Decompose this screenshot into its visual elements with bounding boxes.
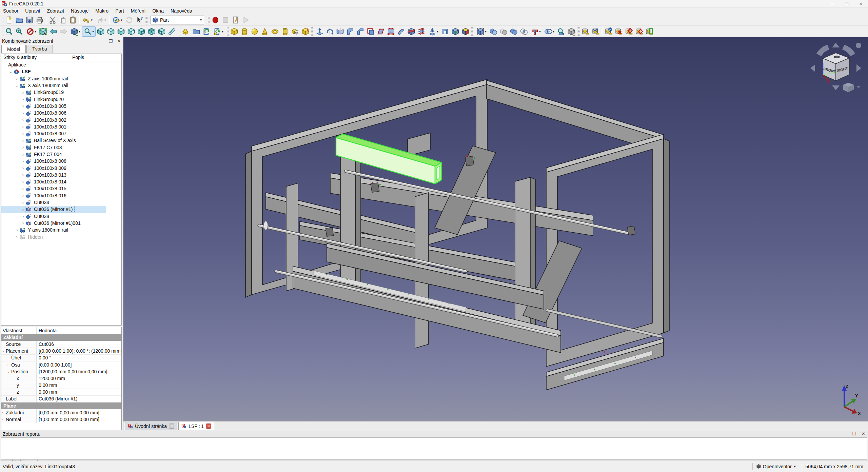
mdi-tab-close-icon[interactable]: ✕	[169, 424, 174, 429]
navcube-mini-cube[interactable]	[843, 83, 861, 92]
toolbar-drag-handle[interactable]	[471, 27, 474, 36]
menu-okna[interactable]: Okna	[149, 7, 167, 14]
tree-expand-icon[interactable]: ›	[21, 186, 25, 191]
revolve-button[interactable]	[325, 26, 335, 37]
sync-view-button[interactable]	[124, 15, 134, 25]
tree-item-100x100x8-002[interactable]: ›100x100x8 002	[1, 116, 121, 123]
tree-item-100x100x8-001[interactable]: ›100x100x8 001	[1, 123, 121, 130]
toolbar-drag-handle[interactable]	[145, 16, 148, 24]
navigate-forward-button[interactable]	[58, 26, 68, 37]
dock-tab-tvorba[interactable]: Tvorba	[26, 45, 53, 53]
minimize-button[interactable]: ─	[825, 0, 840, 7]
property-expander-icon[interactable]: ›	[2, 411, 6, 414]
open-document-button[interactable]	[14, 15, 24, 25]
property-value[interactable]: 0,00 °	[37, 355, 121, 361]
tree-item-100x100x8-008[interactable]: ›100x100x8 008	[1, 158, 121, 164]
primitive-torus-button[interactable]	[270, 26, 280, 37]
toolbar-drag-handle[interactable]	[577, 27, 580, 36]
tree-item-z-axis-1000mm-rail[interactable]: ›Z axis 1000mm rail	[1, 75, 121, 82]
draw-style-button[interactable]: ▾	[24, 26, 38, 37]
tree-item-lsf[interactable]: ⌄LSF	[1, 68, 121, 75]
link-navigation-button[interactable]: ▾	[68, 26, 82, 37]
3d-viewport[interactable]: FRONT RIGHT Z Y X	[123, 37, 868, 421]
menu-mereni[interactable]: Měření	[127, 7, 149, 14]
measure-toggle-3d-button[interactable]	[634, 26, 644, 37]
tree-expand-icon[interactable]: ›	[21, 90, 25, 95]
dropdown-arrow-icon[interactable]: ▾	[79, 30, 80, 33]
dropdown-arrow-icon[interactable]: ▾	[437, 30, 438, 33]
property-expander-icon[interactable]: ⌄	[7, 370, 11, 373]
renderer-dropdown-icon[interactable]: ▼	[793, 465, 796, 468]
toolbar-drag-handle[interactable]	[226, 27, 229, 36]
view-axonometric-button[interactable]	[96, 26, 106, 37]
property-expander-icon[interactable]: ›	[2, 418, 6, 421]
property-expander-icon[interactable]: ⌄	[2, 349, 6, 353]
tree-item-ball-screw-of-x-axis[interactable]: ›Ball Screw of X axis	[1, 137, 121, 144]
tree-expand-icon[interactable]: ›	[21, 103, 25, 109]
navigate-back-button[interactable]	[48, 26, 58, 37]
tree-expand-icon[interactable]: ›	[21, 111, 25, 116]
tree-expand-icon[interactable]: ›	[21, 117, 25, 122]
fit-all-button[interactable]	[4, 26, 14, 37]
dropdown-arrow-icon[interactable]: ▾	[553, 30, 554, 33]
redo-button[interactable]: ▾	[94, 15, 108, 25]
compound-tools-button[interactable]: ▾	[475, 26, 488, 37]
tree-item-100x100x8-014[interactable]: ›100x100x8 014	[1, 178, 121, 185]
menu-nastroje[interactable]: Nástroje	[67, 7, 92, 14]
make-link-button[interactable]	[201, 26, 212, 37]
toolbar-drag-handle[interactable]	[178, 27, 180, 36]
tree-item-cut038[interactable]: ›Cut038	[1, 213, 121, 220]
view-top-button[interactable]	[116, 26, 126, 37]
tree-expand-icon[interactable]: ›	[21, 220, 25, 225]
close-button[interactable]: ✕	[854, 0, 868, 7]
property-row-x[interactable]: x1200,00 mm	[1, 375, 121, 382]
tree-item-100x100x8-016[interactable]: ›100x100x8 016	[1, 192, 121, 199]
loft-button[interactable]	[386, 26, 396, 37]
menu-napoveda[interactable]: Nápověda	[167, 7, 196, 14]
tree-item-100x100x8-015[interactable]: ›100x100x8 015	[1, 185, 121, 192]
toolbar-drag-handle[interactable]	[1, 16, 3, 24]
tree-expand-icon[interactable]: ›	[21, 131, 25, 136]
copy-button[interactable]	[58, 15, 68, 25]
create-part-button[interactable]	[181, 26, 191, 37]
macro-stop-button[interactable]	[220, 15, 231, 25]
tree-expand-icon[interactable]: ›	[21, 200, 25, 205]
property-row-normal[interactable]: ›Normal[1,00 mm 0,00 mm 0,00 mm]	[1, 416, 121, 423]
tree-item-100x100x8-009[interactable]: ›100x100x8 009	[1, 164, 121, 171]
dock-close-icon[interactable]: ✕	[117, 39, 121, 44]
measure-refresh-button[interactable]	[604, 26, 614, 37]
measure-linear-button[interactable]	[580, 26, 591, 37]
property-value[interactable]: [(0,00 0,00 1,00); 0,00 °; (1200,00 mm 0…	[37, 348, 121, 354]
maximize-button[interactable]: ❐	[840, 0, 854, 7]
cross-sections-button[interactable]	[416, 26, 427, 37]
menu-makro[interactable]: Makro	[92, 7, 112, 14]
dropdown-arrow-icon[interactable]: ▾	[35, 30, 36, 33]
tree-expand-icon[interactable]: ›	[21, 145, 25, 150]
tree-expand-icon[interactable]: ›	[21, 207, 25, 212]
boolean-union-button[interactable]	[509, 26, 519, 37]
create-group-button[interactable]	[191, 26, 201, 37]
renderer-selector[interactable]: OpenInventor	[763, 464, 792, 469]
property-row-label[interactable]: LabelCut036 (Mirror #1)	[1, 396, 121, 402]
tree-item-linkgroup020[interactable]: ›LinkGroup020	[1, 96, 121, 102]
view-rear-button[interactable]	[136, 26, 146, 37]
property-row-z[interactable]: z0,00 mm	[1, 389, 121, 396]
primitive-sphere-button[interactable]	[250, 26, 260, 37]
measure-distance-button[interactable]	[167, 26, 177, 37]
property-group-plane[interactable]: Plane	[1, 402, 121, 409]
dropdown-arrow-icon[interactable]: ▾	[91, 18, 93, 22]
print-button[interactable]	[35, 15, 45, 25]
mdi-tab-u-vodni-stra-nka[interactable]: Úvodní stránka ✕	[125, 422, 177, 430]
connect-objects-button[interactable]: ▾	[529, 26, 542, 37]
tree-item-100x100x8-013[interactable]: ›100x100x8 013	[1, 172, 121, 178]
primitive-cone-button[interactable]	[260, 26, 270, 37]
tree-item-100x100x8-007[interactable]: ›100x100x8 007	[1, 130, 121, 137]
macro-record-button[interactable]	[210, 15, 220, 25]
dropdown-arrow-icon[interactable]: ▾	[104, 18, 106, 22]
defeaturing-button[interactable]	[566, 26, 576, 37]
tree-item-100x100x8-006[interactable]: ›100x100x8 006	[1, 110, 121, 116]
measure-toggle-all-button[interactable]	[624, 26, 634, 37]
dropdown-arrow-icon[interactable]: ▾	[222, 30, 223, 33]
dock-float-icon[interactable]: ❐	[108, 39, 113, 44]
section-button[interactable]	[406, 26, 416, 37]
